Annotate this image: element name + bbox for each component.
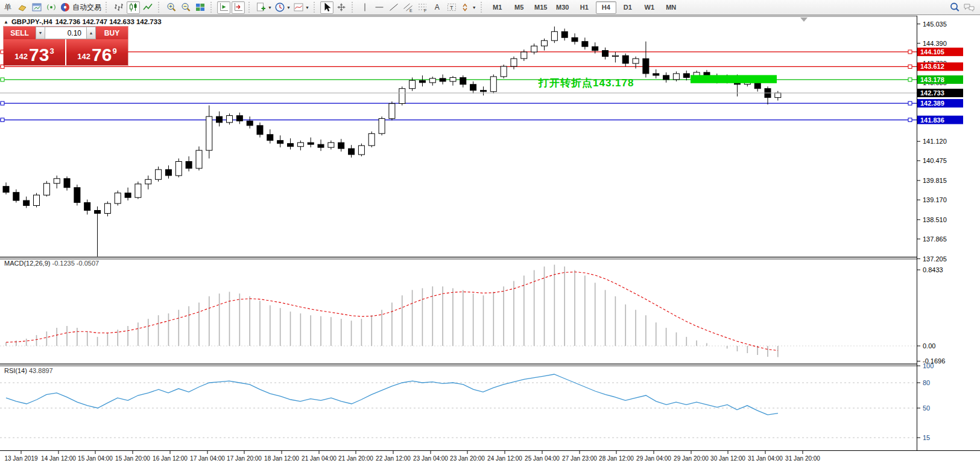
macd-indicator-label: MACD(12,26,9) -0.1235 -0.0507 <box>4 260 99 267</box>
equidistant-channel-icon[interactable]: E <box>402 1 415 14</box>
svg-text:139.815: 139.815 <box>923 177 947 184</box>
buy-button[interactable]: BUY <box>96 27 128 39</box>
svg-text:16 Jan 12:00: 16 Jan 12:00 <box>153 455 188 462</box>
sell-price-main: 73 <box>29 47 49 63</box>
svg-text:15 Jan 04:00: 15 Jan 04:00 <box>78 455 113 462</box>
sell-price-display[interactable]: 142 73 3 <box>4 39 65 65</box>
sell-button[interactable]: SELL <box>4 27 36 39</box>
volume-decrease-button[interactable]: ▼ <box>36 27 45 39</box>
timeframe-MN-button[interactable]: MN <box>661 1 681 14</box>
svg-text:24 Jan 12:00: 24 Jan 12:00 <box>487 455 522 462</box>
chat-icon[interactable] <box>963 1 976 14</box>
timeframe-M1-button[interactable]: M1 <box>487 1 508 14</box>
dropdown-caret-icon[interactable]: ▼ <box>305 5 309 10</box>
symbol-title: GBPJPY-,H4 <box>11 18 52 25</box>
line-handle[interactable] <box>1 101 4 105</box>
text-label-icon[interactable]: T <box>445 1 458 14</box>
volume-increase-button[interactable]: ▲ <box>86 27 96 39</box>
arrows-icon[interactable]: ▼ <box>460 1 477 14</box>
svg-text:139.170: 139.170 <box>923 196 947 203</box>
autotrade-button-label: 自动交易 <box>72 2 101 13</box>
periods-clock-icon[interactable]: ▼ <box>274 1 291 14</box>
buy-price-main: 76 <box>92 47 112 63</box>
price-label-143.178: 143.178 <box>917 75 963 84</box>
buy-price-pip: 9 <box>112 46 116 56</box>
timeframe-M30-button[interactable]: M30 <box>552 1 573 14</box>
svg-text:13 Jan 2019: 13 Jan 2019 <box>4 455 37 462</box>
bar-chart-icon[interactable] <box>112 1 125 14</box>
svg-text:138.510: 138.510 <box>923 216 947 223</box>
fibonacci-icon[interactable]: F <box>416 1 429 14</box>
svg-text:50: 50 <box>923 404 930 412</box>
svg-text:31 Jan 04:00: 31 Jan 04:00 <box>748 455 783 462</box>
dropdown-caret-icon[interactable]: ▼ <box>472 5 476 10</box>
price-label-143.612: 143.612 <box>917 62 963 71</box>
svg-text:23 Jan 20:00: 23 Jan 20:00 <box>450 455 485 462</box>
new-chart-icon[interactable]: ▼ <box>255 1 273 14</box>
svg-text:31 Jan 20:00: 31 Jan 20:00 <box>785 455 820 462</box>
line-chart-icon[interactable] <box>141 1 154 14</box>
templates-icon[interactable]: ▼ <box>292 1 310 14</box>
volume-input[interactable]: 0.10 <box>45 27 86 39</box>
breakout-annotation-text[interactable]: 打开转折点143.178 <box>539 76 634 90</box>
timeframe-M5-button[interactable]: M5 <box>509 1 530 14</box>
toolbar-separator <box>106 2 109 13</box>
new-order-button[interactable]: 单 <box>1 1 14 14</box>
svg-text:142.389: 142.389 <box>920 100 944 107</box>
svg-text:141.120: 141.120 <box>923 138 947 145</box>
svg-text:140.475: 140.475 <box>923 157 947 164</box>
price-label-142.389: 142.389 <box>917 99 963 107</box>
macd-panel <box>0 265 917 357</box>
buy-price-display[interactable]: 142 76 9 <box>66 39 128 65</box>
cursor-icon[interactable] <box>320 1 334 14</box>
autotrade-button[interactable]: 自动交易 <box>59 1 102 14</box>
timeframe-D1-button[interactable]: D1 <box>618 1 638 14</box>
toolbar-separator <box>352 2 355 13</box>
tile-windows-icon[interactable] <box>194 1 207 14</box>
crosshair-icon[interactable] <box>335 1 348 14</box>
toolbar-separator <box>248 2 252 13</box>
line-handle[interactable] <box>908 65 912 68</box>
vertical-line-icon[interactable] <box>358 1 371 14</box>
line-handle[interactable] <box>1 65 4 68</box>
svg-text:143.612: 143.612 <box>920 63 944 70</box>
breakout-rectangle[interactable] <box>691 75 777 83</box>
timeframe-M15-button[interactable]: M15 <box>531 1 551 14</box>
line-handle[interactable] <box>908 118 912 122</box>
scroll-indicator-icon <box>800 18 808 22</box>
chart-area[interactable]: 145.035144.390143.730143.085142.425141.7… <box>0 16 980 463</box>
text-icon[interactable]: A <box>431 1 444 14</box>
candlestick-chart-icon[interactable] <box>127 1 140 14</box>
svg-text:E: E <box>409 8 413 13</box>
history-doc-icon[interactable] <box>16 1 29 14</box>
time-axis[interactable]: 13 Jan 201914 Jan 12:0015 Jan 04:0015 Ja… <box>0 450 980 462</box>
horizontal-line-icon[interactable] <box>373 1 386 14</box>
svg-text:29 Jan 04:00: 29 Jan 04:00 <box>636 455 671 462</box>
line-handle[interactable] <box>908 50 912 54</box>
line-handle[interactable] <box>908 101 912 105</box>
svg-text:29 Jan 20:00: 29 Jan 20:00 <box>674 455 709 462</box>
svg-text:144.105: 144.105 <box>920 48 944 56</box>
chart-shift-icon[interactable] <box>232 1 245 14</box>
timeframe-H1-button[interactable]: H1 <box>574 1 595 14</box>
auto-scroll-icon[interactable] <box>217 1 230 14</box>
trendline-icon[interactable] <box>387 1 400 14</box>
signals-icon[interactable] <box>45 1 58 14</box>
timeframe-W1-button[interactable]: W1 <box>639 1 660 14</box>
search-icon[interactable] <box>948 1 961 14</box>
svg-text:141.836: 141.836 <box>920 117 944 124</box>
line-handle[interactable] <box>908 78 912 81</box>
svg-text:80: 80 <box>923 379 930 386</box>
dropdown-caret-icon[interactable]: ▼ <box>286 5 291 10</box>
zoom-out-icon[interactable] <box>179 1 192 14</box>
timeframe-H4-button[interactable]: H4 <box>596 1 616 14</box>
collapse-icon[interactable]: ▲ <box>4 19 8 25</box>
chart-window-icon[interactable] <box>30 1 43 14</box>
line-handle[interactable] <box>1 118 4 122</box>
line-handle[interactable] <box>1 78 4 81</box>
zoom-in-icon[interactable] <box>165 1 178 14</box>
dropdown-caret-icon[interactable]: ▼ <box>268 5 272 10</box>
svg-text:0.8433: 0.8433 <box>923 266 943 273</box>
svg-text:T: T <box>450 5 454 11</box>
sell-price-pip: 3 <box>49 46 54 56</box>
